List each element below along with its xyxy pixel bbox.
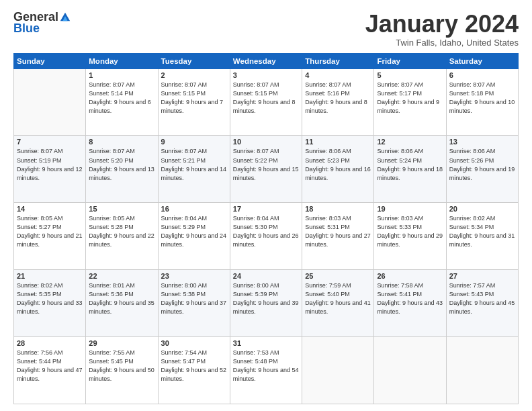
day-info: Sunrise: 7:56 AMSunset: 5:44 PMDaylight:… bbox=[17, 349, 83, 383]
day-info: Sunrise: 8:05 AMSunset: 5:27 PMDaylight:… bbox=[17, 214, 83, 249]
day-number: 14 bbox=[17, 205, 83, 213]
day-number: 9 bbox=[161, 138, 227, 146]
calendar-day-cell: 27Sunrise: 7:57 AMSunset: 5:43 PMDayligh… bbox=[446, 270, 518, 337]
day-info: Sunrise: 8:07 AMSunset: 5:22 PMDaylight:… bbox=[233, 147, 299, 182]
weekday-header-cell: Monday bbox=[86, 53, 158, 68]
weekday-header-row: SundayMondayTuesdayWednesdayThursdayFrid… bbox=[14, 53, 519, 68]
weekday-header-cell: Friday bbox=[374, 53, 446, 68]
day-number: 6 bbox=[449, 71, 515, 79]
day-info: Sunrise: 8:07 AMSunset: 5:16 PMDaylight:… bbox=[305, 81, 371, 116]
calendar-title: January 2024 bbox=[365, 11, 519, 38]
day-number: 27 bbox=[449, 272, 515, 280]
day-info: Sunrise: 7:53 AMSunset: 5:48 PMDaylight:… bbox=[233, 349, 299, 383]
day-info: Sunrise: 8:04 AMSunset: 5:30 PMDaylight:… bbox=[233, 214, 299, 249]
calendar-day-cell: 19Sunrise: 8:03 AMSunset: 5:33 PMDayligh… bbox=[374, 203, 446, 270]
day-number: 3 bbox=[233, 71, 299, 79]
day-info: Sunrise: 7:59 AMSunset: 5:40 PMDaylight:… bbox=[305, 281, 371, 316]
day-number: 20 bbox=[449, 205, 515, 213]
calendar-week-row: 14Sunrise: 8:05 AMSunset: 5:27 PMDayligh… bbox=[14, 203, 519, 270]
day-number: 28 bbox=[17, 339, 83, 347]
calendar-day-cell: 3Sunrise: 8:07 AMSunset: 5:15 PMDaylight… bbox=[230, 68, 302, 136]
calendar-week-row: 28Sunrise: 7:56 AMSunset: 5:44 PMDayligh… bbox=[14, 337, 519, 404]
logo: General Blue bbox=[13, 11, 71, 36]
day-number: 12 bbox=[377, 138, 443, 146]
day-info: Sunrise: 7:57 AMSunset: 5:43 PMDaylight:… bbox=[449, 281, 515, 316]
day-number: 26 bbox=[377, 272, 443, 280]
calendar-day-cell: 9Sunrise: 8:07 AMSunset: 5:21 PMDaylight… bbox=[158, 136, 230, 203]
weekday-header-cell: Wednesday bbox=[230, 53, 302, 68]
calendar-day-cell: 30Sunrise: 7:54 AMSunset: 5:47 PMDayligh… bbox=[158, 337, 230, 404]
calendar-body: 1Sunrise: 8:07 AMSunset: 5:14 PMDaylight… bbox=[14, 68, 519, 404]
calendar-week-row: 1Sunrise: 8:07 AMSunset: 5:14 PMDaylight… bbox=[14, 68, 519, 136]
day-number: 1 bbox=[89, 71, 154, 79]
day-number: 21 bbox=[17, 272, 83, 280]
day-info: Sunrise: 8:02 AMSunset: 5:34 PMDaylight:… bbox=[449, 214, 515, 249]
calendar-day-cell: 12Sunrise: 8:06 AMSunset: 5:24 PMDayligh… bbox=[374, 136, 446, 203]
calendar-day-cell: 24Sunrise: 8:00 AMSunset: 5:39 PMDayligh… bbox=[230, 270, 302, 337]
day-number: 16 bbox=[161, 205, 227, 213]
day-number: 19 bbox=[377, 205, 443, 213]
day-info: Sunrise: 8:06 AMSunset: 5:26 PMDaylight:… bbox=[449, 147, 515, 182]
calendar-day-cell: 14Sunrise: 8:05 AMSunset: 5:27 PMDayligh… bbox=[14, 203, 86, 270]
logo-icon bbox=[59, 11, 71, 23]
weekday-header-cell: Thursday bbox=[302, 53, 374, 68]
day-number: 13 bbox=[449, 138, 515, 146]
day-info: Sunrise: 8:03 AMSunset: 5:31 PMDaylight:… bbox=[305, 214, 371, 249]
day-number: 24 bbox=[233, 272, 299, 280]
day-number: 31 bbox=[233, 339, 299, 347]
calendar-day-cell: 16Sunrise: 8:04 AMSunset: 5:29 PMDayligh… bbox=[158, 203, 230, 270]
day-info: Sunrise: 8:00 AMSunset: 5:38 PMDaylight:… bbox=[161, 281, 227, 316]
calendar-day-cell: 31Sunrise: 7:53 AMSunset: 5:48 PMDayligh… bbox=[230, 337, 302, 404]
day-number: 23 bbox=[161, 272, 227, 280]
calendar-day-cell: 6Sunrise: 8:07 AMSunset: 5:18 PMDaylight… bbox=[446, 68, 518, 136]
day-info: Sunrise: 8:07 AMSunset: 5:19 PMDaylight:… bbox=[17, 147, 83, 182]
day-info: Sunrise: 8:07 AMSunset: 5:15 PMDaylight:… bbox=[233, 81, 299, 116]
calendar-day-cell: 25Sunrise: 7:59 AMSunset: 5:40 PMDayligh… bbox=[302, 270, 374, 337]
day-info: Sunrise: 8:07 AMSunset: 5:20 PMDaylight:… bbox=[89, 147, 154, 182]
day-info: Sunrise: 8:07 AMSunset: 5:14 PMDaylight:… bbox=[89, 81, 154, 116]
calendar-day-cell: 17Sunrise: 8:04 AMSunset: 5:30 PMDayligh… bbox=[230, 203, 302, 270]
calendar-day-cell: 8Sunrise: 8:07 AMSunset: 5:20 PMDaylight… bbox=[86, 136, 158, 203]
day-number: 5 bbox=[377, 71, 443, 79]
calendar-day-cell bbox=[446, 337, 518, 404]
day-info: Sunrise: 8:01 AMSunset: 5:36 PMDaylight:… bbox=[89, 281, 154, 316]
calendar-day-cell bbox=[302, 337, 374, 404]
title-block: January 2024 Twin Falls, Idaho, United S… bbox=[365, 11, 519, 48]
day-info: Sunrise: 8:05 AMSunset: 5:28 PMDaylight:… bbox=[89, 214, 154, 249]
calendar-day-cell: 15Sunrise: 8:05 AMSunset: 5:28 PMDayligh… bbox=[86, 203, 158, 270]
calendar-subtitle: Twin Falls, Idaho, United States bbox=[365, 38, 519, 48]
day-info: Sunrise: 7:58 AMSunset: 5:41 PMDaylight:… bbox=[377, 281, 443, 316]
logo-blue-text: Blue bbox=[13, 21, 40, 36]
day-info: Sunrise: 8:07 AMSunset: 5:15 PMDaylight:… bbox=[161, 81, 227, 116]
day-info: Sunrise: 8:03 AMSunset: 5:33 PMDaylight:… bbox=[377, 214, 443, 249]
calendar-day-cell: 4Sunrise: 8:07 AMSunset: 5:16 PMDaylight… bbox=[302, 68, 374, 136]
calendar-day-cell: 11Sunrise: 8:06 AMSunset: 5:23 PMDayligh… bbox=[302, 136, 374, 203]
day-info: Sunrise: 8:00 AMSunset: 5:39 PMDaylight:… bbox=[233, 281, 299, 316]
day-number: 11 bbox=[305, 138, 371, 146]
calendar-day-cell bbox=[374, 337, 446, 404]
calendar-day-cell: 20Sunrise: 8:02 AMSunset: 5:34 PMDayligh… bbox=[446, 203, 518, 270]
calendar-day-cell: 22Sunrise: 8:01 AMSunset: 5:36 PMDayligh… bbox=[86, 270, 158, 337]
day-number: 10 bbox=[233, 138, 299, 146]
day-info: Sunrise: 8:06 AMSunset: 5:23 PMDaylight:… bbox=[305, 147, 371, 182]
calendar-day-cell: 1Sunrise: 8:07 AMSunset: 5:14 PMDaylight… bbox=[86, 68, 158, 136]
calendar-day-cell: 18Sunrise: 8:03 AMSunset: 5:31 PMDayligh… bbox=[302, 203, 374, 270]
day-number: 18 bbox=[305, 205, 371, 213]
weekday-header-cell: Tuesday bbox=[158, 53, 230, 68]
day-number: 2 bbox=[161, 71, 227, 79]
day-number: 30 bbox=[161, 339, 227, 347]
calendar-day-cell: 21Sunrise: 8:02 AMSunset: 5:35 PMDayligh… bbox=[14, 270, 86, 337]
day-info: Sunrise: 8:04 AMSunset: 5:29 PMDaylight:… bbox=[161, 214, 227, 249]
day-info: Sunrise: 8:07 AMSunset: 5:21 PMDaylight:… bbox=[161, 147, 227, 182]
day-number: 29 bbox=[89, 339, 154, 347]
day-number: 15 bbox=[89, 205, 154, 213]
weekday-header-cell: Saturday bbox=[446, 53, 518, 68]
day-number: 25 bbox=[305, 272, 371, 280]
calendar-table: SundayMondayTuesdayWednesdayThursdayFrid… bbox=[13, 53, 519, 404]
weekday-header-cell: Sunday bbox=[14, 53, 86, 68]
calendar-day-cell: 28Sunrise: 7:56 AMSunset: 5:44 PMDayligh… bbox=[14, 337, 86, 404]
calendar-week-row: 7Sunrise: 8:07 AMSunset: 5:19 PMDaylight… bbox=[14, 136, 519, 203]
day-number: 22 bbox=[89, 272, 154, 280]
calendar-day-cell: 7Sunrise: 8:07 AMSunset: 5:19 PMDaylight… bbox=[14, 136, 86, 203]
calendar-day-cell: 5Sunrise: 8:07 AMSunset: 5:17 PMDaylight… bbox=[374, 68, 446, 136]
